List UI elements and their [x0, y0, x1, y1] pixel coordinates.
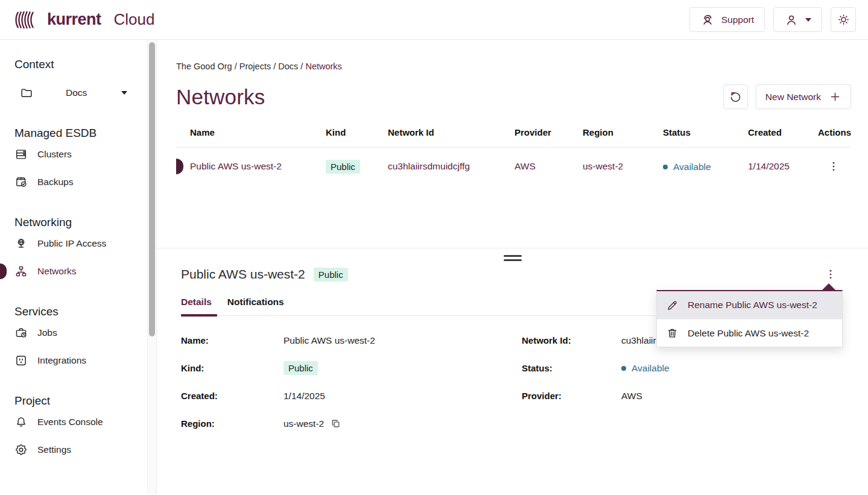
panel-resize-handle[interactable]: [502, 254, 523, 262]
table-row[interactable]: Public AWS us-west-2 Public cu3hlaiirsdm…: [176, 148, 851, 185]
copy-region-button[interactable]: [331, 418, 341, 429]
breadcrumb: The Good Org / Projects / Docs / Network…: [176, 61, 851, 71]
sidebar-item-events-console[interactable]: Events Console: [14, 409, 156, 435]
field-label-status: Status:: [522, 363, 621, 373]
support-headset-icon: [700, 13, 715, 27]
sidebar-section-project: Project: [14, 394, 156, 408]
detail-title: Public AWS us-west-2: [181, 267, 305, 282]
cell-created: 1/14/2025: [748, 161, 816, 172]
user-icon: [784, 13, 799, 27]
col-header-name: Name: [176, 127, 326, 137]
main-content: The Good Org / Projects / Docs / Network…: [157, 40, 868, 494]
chevron-down-icon: [121, 91, 127, 95]
copy-icon: [331, 418, 341, 429]
cell-region: us-west-2: [583, 161, 663, 172]
field-label-created: Created:: [181, 391, 284, 401]
status-dot-icon: [663, 165, 668, 169]
sidebar-item-label: Settings: [37, 444, 71, 455]
row-actions-kebab-button[interactable]: [825, 158, 842, 175]
network-detail-panel: Public AWS us-west-2 Public Details Noti…: [157, 248, 868, 494]
sidebar-item-settings[interactable]: Settings: [14, 437, 156, 463]
detail-actions-kebab-button[interactable]: [822, 266, 839, 283]
status-dot-icon: [621, 366, 626, 371]
field-label-kind: Kind:: [181, 363, 284, 373]
sidebar-section-context: Context: [14, 58, 156, 71]
field-value-created: 1/14/2025: [284, 391, 325, 402]
detail-kind-badge: Public: [314, 268, 348, 282]
kurrent-waves-icon: [14, 8, 40, 32]
gear-icon: [14, 443, 28, 456]
refresh-button[interactable]: [723, 84, 748, 109]
context-project-value: Docs: [66, 87, 87, 98]
breadcrumb-current: Networks: [305, 61, 341, 71]
field-value-region: us-west-2: [284, 418, 324, 429]
tab-notifications[interactable]: Notifications: [227, 297, 284, 315]
col-header-status: Status: [663, 127, 748, 137]
field-label-network-id: Network Id:: [522, 335, 621, 345]
menu-item-delete[interactable]: Delete Public AWS us-west-2: [657, 319, 842, 347]
sidebar-item-label: Events Console: [37, 417, 103, 427]
integrations-outlet-icon: [14, 354, 28, 367]
sidebar-item-integrations[interactable]: Integrations: [14, 347, 156, 374]
trash-icon: [666, 327, 679, 339]
networks-table: Name Kind Network Id Provider Region Sta…: [176, 127, 851, 185]
breadcrumb-projects[interactable]: Projects: [239, 61, 271, 71]
detail-status-badge: Available: [621, 363, 670, 374]
field-label-name: Name:: [181, 335, 284, 345]
field-value-provider: AWS: [621, 391, 642, 402]
sidebar-item-networks[interactable]: Networks: [14, 258, 156, 285]
sidebar-section-networking: Networking: [14, 216, 156, 229]
kind-badge: Public: [326, 160, 360, 174]
row-actions-menu: Rename Public AWS us-west-2 Delete Publi…: [656, 290, 843, 347]
folder-icon: [20, 86, 33, 99]
user-menu-button[interactable]: [773, 7, 822, 32]
col-header-created: Created: [748, 127, 816, 137]
col-header-region: Region: [583, 127, 663, 137]
support-button[interactable]: Support: [689, 7, 765, 32]
col-header-actions: Actions: [816, 127, 851, 137]
sidebar-item-label: Jobs: [37, 327, 57, 338]
menu-item-rename[interactable]: Rename Public AWS us-west-2: [657, 291, 842, 319]
sidebar-item-public-ip-access[interactable]: Public IP Access: [14, 230, 156, 257]
sidebar-section-services: Services: [14, 305, 156, 318]
sun-icon: [837, 13, 851, 27]
sidebar-item-clusters[interactable]: Clusters: [14, 141, 156, 168]
cell-network-id: cu3hlaiirsdmuidcjffg: [388, 161, 515, 172]
refresh-icon: [729, 90, 743, 104]
tab-details[interactable]: Details: [181, 297, 212, 315]
breadcrumb-org[interactable]: The Good Org: [176, 61, 232, 71]
jobs-briefcase-icon: [14, 326, 28, 339]
field-kind-badge: Public: [284, 361, 318, 375]
breadcrumb-project[interactable]: Docs: [278, 61, 298, 71]
theme-toggle-button[interactable]: [831, 7, 856, 32]
bell-icon: [14, 415, 28, 429]
table-header-row: Name Kind Network Id Provider Region Sta…: [176, 127, 851, 148]
kurrent-cloud-logo[interactable]: kurrent Cloud: [14, 8, 154, 32]
new-network-label: New Network: [765, 92, 821, 102]
detail-status-label: Available: [632, 363, 670, 374]
cell-name: Public AWS us-west-2: [190, 161, 282, 171]
field-label-region: Region:: [181, 418, 284, 429]
plus-icon: [829, 90, 841, 103]
status-badge: Available: [663, 162, 711, 172]
status-label: Available: [673, 162, 711, 172]
sidebar: Context Docs Managed ESDB Clusters: [0, 40, 157, 494]
col-header-provider: Provider: [515, 127, 583, 137]
breadcrumb-separator: /: [232, 61, 239, 71]
breadcrumb-separator: /: [271, 61, 278, 71]
sidebar-scrollbar-track: [147, 40, 156, 494]
new-network-button[interactable]: New Network: [756, 84, 851, 109]
sidebar-item-jobs[interactable]: Jobs: [14, 320, 156, 346]
cell-provider: AWS: [515, 161, 583, 172]
kebab-icon: [827, 160, 840, 173]
sidebar-item-label: Public IP Access: [37, 238, 106, 249]
menu-item-label: Delete Public AWS us-west-2: [688, 328, 809, 339]
selected-row-indicator: [176, 159, 183, 174]
menu-item-label: Rename Public AWS us-west-2: [688, 300, 817, 311]
sidebar-item-label: Clusters: [37, 149, 72, 160]
col-header-kind: Kind: [326, 127, 388, 137]
sidebar-item-backups[interactable]: Backups: [14, 169, 156, 195]
sidebar-item-label: Networks: [37, 266, 77, 277]
context-project-select[interactable]: Docs: [14, 80, 156, 106]
sidebar-scrollbar-thumb[interactable]: [149, 42, 155, 336]
